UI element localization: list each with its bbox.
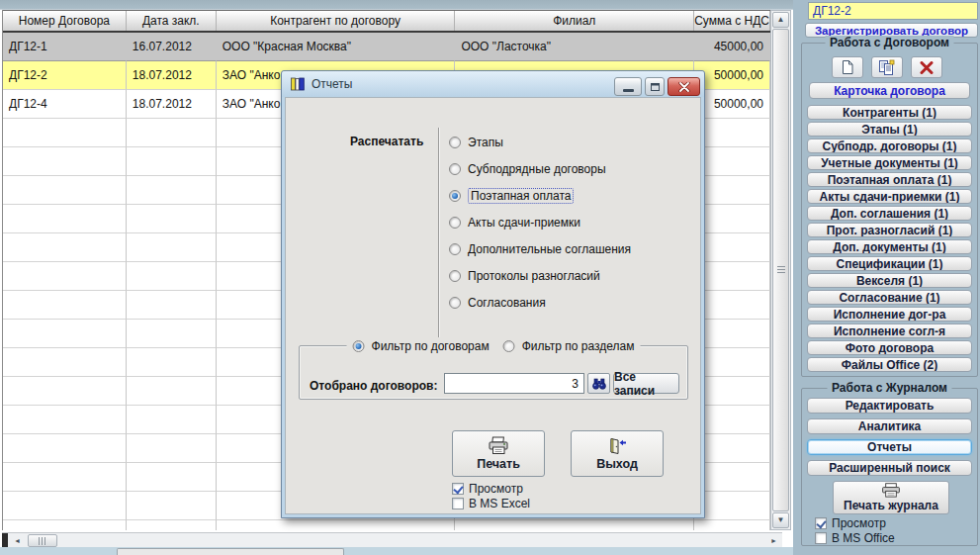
contract-section-button[interactable]: Спецификации (1) bbox=[807, 256, 972, 271]
contract-section-button[interactable]: Векселя (1) bbox=[807, 273, 972, 288]
date-cell: 18.07.2012 bbox=[127, 61, 217, 90]
search-button[interactable] bbox=[587, 373, 610, 394]
report-option[interactable]: Субподрядные договоры bbox=[449, 162, 631, 176]
app-window: Номер Договора Дата закл. Контрагент по … bbox=[0, 0, 980, 555]
selected-count-input[interactable] bbox=[444, 373, 584, 394]
report-option[interactable]: Поэтапная оплата bbox=[449, 189, 631, 203]
column-header[interactable]: Номер Договора bbox=[3, 11, 127, 31]
close-icon bbox=[678, 82, 690, 92]
close-button[interactable] bbox=[668, 77, 700, 96]
new-document-icon bbox=[841, 59, 854, 75]
journal-output-checkbox[interactable]: В MS Office bbox=[815, 531, 895, 545]
table-row[interactable]: ДГ12-1 16.07.2012 ООО "Красная Москва" О… bbox=[3, 33, 770, 61]
contract-section-button[interactable]: Учетные документы (1) bbox=[807, 155, 972, 170]
copy-contract-button[interactable] bbox=[871, 56, 903, 78]
date-cell: 18.07.2012 bbox=[127, 90, 217, 119]
horizontal-scrollbar: ◄ ► bbox=[2, 532, 782, 547]
minimize-icon bbox=[623, 89, 634, 92]
current-contract-field[interactable]: ДГ12-2 bbox=[808, 2, 978, 20]
grid-splitter-handle[interactable] bbox=[2, 533, 8, 548]
column-header-label: Сумма с НДС bbox=[694, 14, 769, 28]
report-option[interactable]: Согласования bbox=[449, 296, 631, 310]
filter-option-label: Фильтр по договорам bbox=[372, 339, 490, 353]
horizontal-scrollbar-thumb[interactable] bbox=[28, 534, 57, 547]
contract-card-button[interactable]: Карточка договора bbox=[809, 82, 970, 99]
report-option-label: Поэтапная оплата bbox=[468, 188, 574, 204]
journal-output-checkbox[interactable]: Просмотр bbox=[815, 516, 886, 530]
reports-dialog: Отчеты Распечатать bbox=[281, 70, 705, 518]
column-header[interactable]: Сумма с НДС bbox=[694, 11, 770, 31]
delete-contract-button[interactable] bbox=[911, 56, 942, 78]
contract-section-button[interactable]: Этапы (1) bbox=[807, 122, 972, 137]
contract-section-button[interactable]: Поэтапная оплата (1) bbox=[807, 172, 972, 187]
output-checkbox[interactable]: Просмотр bbox=[452, 482, 523, 496]
exit-button[interactable]: Выход bbox=[571, 430, 664, 477]
output-checkbox[interactable]: В MS Excel bbox=[452, 497, 530, 510]
print-section-label: Распечатать bbox=[350, 135, 423, 148]
maximize-button[interactable] bbox=[645, 77, 665, 96]
all-records-button[interactable]: Все записи bbox=[613, 373, 679, 394]
contract-section-button[interactable]: Контрагенты (1) bbox=[807, 105, 972, 120]
contract-section-button[interactable]: Доп. документы (1) bbox=[807, 239, 972, 254]
contract-section-button[interactable]: Субподр. договоры (1) bbox=[807, 139, 972, 153]
contract-section-button[interactable]: Согласование (1) bbox=[807, 290, 972, 305]
contract-section-button[interactable]: Файлы Office (2) bbox=[807, 357, 972, 372]
selected-count-label: Отобрано договоров: bbox=[310, 379, 437, 393]
radio-icon bbox=[449, 190, 461, 202]
print-button[interactable]: Печать bbox=[452, 430, 545, 477]
exit-door-icon bbox=[607, 437, 627, 455]
report-option[interactable]: Этапы bbox=[449, 136, 631, 149]
sum-cell: 50000,00 bbox=[694, 90, 770, 119]
filter-option[interactable]: Фильтр по разделам bbox=[503, 339, 635, 353]
scroll-down-button[interactable]: ▼ bbox=[772, 512, 789, 528]
report-option[interactable]: Дополнительные соглашения bbox=[449, 242, 631, 256]
contract-section-button[interactable]: Исполнение согл-я bbox=[807, 324, 972, 338]
report-option[interactable]: Акты сдачи-приемки bbox=[449, 216, 631, 230]
report-options-list: Этапы Субподрядные договоры Поэтапная оп… bbox=[449, 136, 631, 310]
journal-group-title: Работа с Журналом bbox=[827, 381, 952, 395]
scroll-right-button[interactable]: ► bbox=[765, 534, 782, 547]
column-header-label: Номер Договора bbox=[19, 14, 110, 28]
journal-action-button[interactable]: Расширенный поиск bbox=[807, 460, 972, 476]
status-tab bbox=[117, 548, 344, 555]
window-controls bbox=[614, 77, 700, 96]
top-toolbar-strip bbox=[0, 0, 793, 10]
contract-section-button[interactable]: Акты сдачи-приемки (1) bbox=[807, 189, 972, 204]
contract-actions-row bbox=[793, 56, 980, 78]
contract-section-button[interactable]: Фото договора bbox=[807, 340, 972, 355]
contract-section-button[interactable]: Прот. разногласий (1) bbox=[807, 223, 972, 237]
dialog-title: Отчеты bbox=[312, 71, 352, 97]
filter-option[interactable]: Фильтр по договорам bbox=[353, 339, 490, 353]
report-option-label: Субподрядные договоры bbox=[468, 162, 606, 176]
minimize-button[interactable] bbox=[614, 77, 642, 96]
contract-section-button[interactable]: Доп. соглашения (1) bbox=[807, 206, 972, 221]
checkbox-label: В MS Excel bbox=[469, 497, 530, 510]
filter-option-label: Фильтр по разделам bbox=[522, 339, 635, 353]
column-header[interactable]: Контрагент по договору bbox=[217, 11, 456, 31]
column-header[interactable]: Дата закл. bbox=[127, 11, 217, 31]
report-option-label: Дополнительные соглашения bbox=[468, 242, 631, 256]
journal-action-button[interactable]: Аналитика bbox=[807, 418, 972, 434]
journal-action-button[interactable]: Редактировать bbox=[807, 398, 972, 414]
print-journal-button[interactable]: Печать журнала bbox=[833, 481, 949, 514]
report-option[interactable]: Протоколы разногласий bbox=[449, 269, 631, 283]
scroll-up-button[interactable]: ▲ bbox=[772, 12, 789, 28]
radio-icon bbox=[449, 163, 461, 175]
checkbox-label: Просмотр bbox=[469, 482, 523, 496]
contract-section-list: Контрагенты (1) Этапы (1) Субподр. догов… bbox=[807, 105, 972, 372]
contract-group-title: Работа с Договором bbox=[825, 36, 954, 49]
sum-cell: 50000,00 bbox=[694, 61, 770, 90]
column-header[interactable]: Филиал bbox=[455, 11, 694, 31]
radio-icon bbox=[503, 340, 515, 352]
table-row-empty bbox=[3, 520, 770, 530]
dialog-titlebar[interactable]: Отчеты bbox=[282, 71, 704, 97]
vertical-scrollbar-thumb[interactable] bbox=[772, 29, 789, 511]
radio-icon bbox=[353, 340, 365, 352]
print-button-label: Печать bbox=[477, 457, 520, 471]
new-contract-button[interactable] bbox=[832, 56, 863, 78]
reports-books-icon bbox=[290, 76, 306, 92]
journal-action-button[interactable]: Отчеты bbox=[807, 439, 972, 455]
section-divider bbox=[438, 128, 439, 337]
contract-section-button[interactable]: Исполнение дог-ра bbox=[807, 307, 972, 322]
scroll-left-button[interactable]: ◄ bbox=[9, 534, 26, 547]
